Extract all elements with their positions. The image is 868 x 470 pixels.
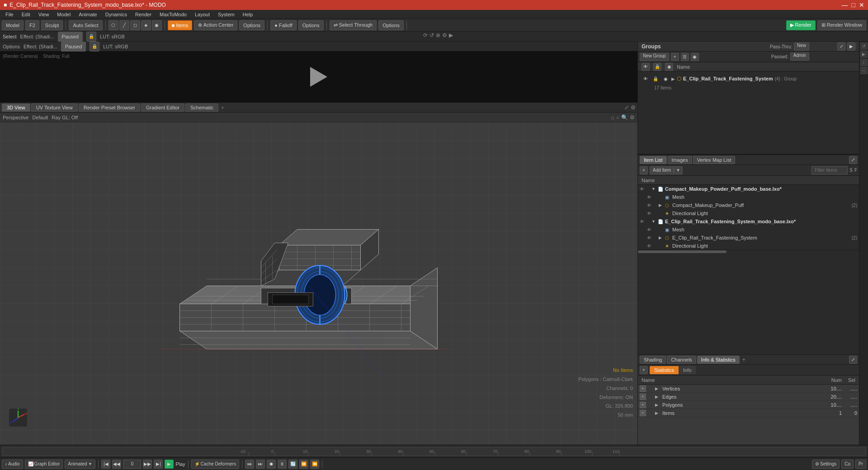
- transport-extra-1[interactable]: ⏮: [245, 460, 254, 469]
- timeline-ruler[interactable]: -10 0 10 20 30 40 50 60 70 80 90 100 110: [2, 447, 866, 456]
- preview-icon-2[interactable]: ↺: [429, 32, 434, 38]
- group-filter-icon[interactable]: ◉: [691, 53, 699, 61]
- edge-mode-icon[interactable]: ╱: [119, 20, 129, 30]
- transport-next-key[interactable]: ▶▶: [143, 460, 152, 469]
- expand-icon-button[interactable]: ⤢: [837, 42, 845, 51]
- audio-button[interactable]: ♪ Audio: [2, 460, 23, 469]
- preview-paused-button[interactable]: Paused: [61, 42, 86, 52]
- select-through-button[interactable]: ⇌ Select Through: [330, 20, 377, 30]
- stat-row-edges[interactable]: + ▶ Edges 20.... .....: [638, 393, 859, 401]
- vis-icon-6[interactable]: 👁: [647, 235, 653, 240]
- transport-to-end[interactable]: ▶|: [154, 460, 163, 469]
- vis-icon-0[interactable]: 👁: [640, 187, 646, 192]
- play-button[interactable]: [307, 66, 330, 88]
- expand-2[interactable]: ▶: [659, 203, 664, 207]
- options3-button[interactable]: Options: [378, 20, 404, 30]
- options1-button[interactable]: Options: [239, 20, 264, 30]
- menu-maxtomodo[interactable]: MaxToModo: [156, 11, 190, 18]
- expand-4[interactable]: ▼: [651, 219, 657, 224]
- add-item-control[interactable]: Add Item ▼: [650, 166, 683, 174]
- stat-arrow-items[interactable]: ▶: [655, 411, 660, 415]
- lock-icon-0[interactable]: 🔒: [651, 75, 660, 83]
- animated-button[interactable]: Animated ▼: [65, 460, 95, 469]
- passthru-new-button[interactable]: New: [794, 42, 809, 51]
- item-row-7[interactable]: 👁 ▶ ☀ Directional Light: [638, 242, 859, 250]
- item-mode-icon[interactable]: ◈: [141, 20, 151, 30]
- stats-add-icon[interactable]: +: [640, 366, 648, 374]
- stat-row-items[interactable]: + ▶ Items 1 0: [638, 409, 859, 417]
- item-row-6[interactable]: 👁 ▶ ⬡ E_Clip_Rail_Track_Fastening_System…: [638, 234, 859, 242]
- menu-model[interactable]: Model: [53, 11, 74, 18]
- group-row-0[interactable]: 👁 🔒 ◉ ▶ ⬡ E_Clip_Rail_Track_Fastening_Sy…: [642, 73, 855, 84]
- stat-arrow-edges[interactable]: ▶: [655, 395, 660, 399]
- vis-icon-7[interactable]: 👁: [647, 244, 653, 249]
- vertex-mode-icon[interactable]: ⬡: [108, 20, 118, 30]
- item-row-3[interactable]: 👁 ▶ ☀ Directional Light: [638, 209, 859, 217]
- side-icon-2[interactable]: ↕: [860, 59, 868, 66]
- viewport-home-icon[interactable]: ⌂: [611, 114, 614, 121]
- tab-schematic[interactable]: Schematic: [185, 103, 218, 112]
- stats-expand-icon[interactable]: ⤢: [849, 356, 857, 364]
- animated-dropdown-icon[interactable]: ▼: [88, 461, 93, 466]
- vis-icon-1[interactable]: 👁: [647, 195, 653, 200]
- cache-deformers-button[interactable]: ⚡ Cache Deformers: [191, 460, 239, 469]
- add-vis-icon[interactable]: +: [640, 166, 648, 174]
- col-vis-icon[interactable]: 👁: [642, 63, 650, 71]
- polygon-mode-icon[interactable]: ◻: [130, 20, 140, 30]
- tab-vertex-map-list[interactable]: Vertex Map List: [693, 156, 736, 164]
- lock-icon[interactable]: 🔒: [86, 32, 96, 42]
- expand-6[interactable]: ▶: [659, 235, 664, 240]
- statistics-label-btn[interactable]: Statistics: [650, 366, 679, 374]
- add-item-dropdown-arrow[interactable]: ▼: [674, 168, 682, 173]
- transport-to-start[interactable]: |◀: [101, 460, 110, 469]
- settings-button[interactable]: ⚙ Settings: [812, 460, 840, 469]
- menu-edit[interactable]: Edit: [18, 11, 34, 18]
- items-button[interactable]: ■ Items: [168, 20, 193, 30]
- stat-row-vertices[interactable]: + ▶ Vertices 10.... .....: [638, 385, 859, 393]
- action-center-button[interactable]: ⊕ Action Center: [194, 20, 237, 30]
- stat-add-polygons[interactable]: +: [640, 402, 646, 408]
- add-tab-button[interactable]: +: [219, 105, 226, 110]
- tab-render-preset-browser[interactable]: Render Preset Browser: [79, 103, 140, 112]
- close-button[interactable]: ✕: [859, 1, 864, 9]
- tab-info-statistics[interactable]: Info & Statistics: [697, 356, 740, 364]
- tab-uv-texture-view[interactable]: UV Texture View: [31, 103, 78, 112]
- f2-button[interactable]: F2: [25, 20, 39, 30]
- menu-dynamics[interactable]: Dynamics: [102, 11, 131, 18]
- preview-icon-5[interactable]: ▶: [449, 32, 453, 38]
- render-icon-0[interactable]: ◉: [661, 75, 670, 83]
- transport-extra-3[interactable]: ⏺: [267, 460, 276, 469]
- menu-system[interactable]: System: [214, 11, 238, 18]
- menu-view[interactable]: View: [35, 11, 53, 18]
- tab-shading[interactable]: Shading: [640, 356, 666, 364]
- info-label-btn[interactable]: Info: [679, 366, 696, 374]
- auto-select-button[interactable]: Auto Select: [69, 20, 102, 30]
- maximize-button[interactable]: □: [852, 1, 855, 9]
- stat-arrow-vertices[interactable]: ▶: [655, 386, 660, 391]
- vis-icon-3[interactable]: 👁: [647, 211, 653, 216]
- paused-button[interactable]: Paused: [58, 32, 83, 42]
- model-button[interactable]: Model: [2, 20, 24, 30]
- tab-item-list[interactable]: Item List: [640, 156, 667, 164]
- item-row-5[interactable]: 👁 ▶ ▣ Mesh: [638, 226, 859, 234]
- expand-arrow-0[interactable]: ▶: [671, 76, 675, 81]
- tab-images[interactable]: Images: [668, 156, 692, 164]
- frame-input[interactable]: [123, 460, 141, 469]
- item-row-2[interactable]: 👁 ▶ ⬡ Compact_Makeup_Powder_Puff (2): [638, 201, 859, 209]
- stats-plus-icon[interactable]: +: [741, 357, 747, 363]
- viewport-orbit-icon[interactable]: ○: [616, 114, 619, 121]
- tab-3d-view[interactable]: 3D View: [2, 103, 30, 112]
- material-mode-icon[interactable]: ◉: [152, 20, 162, 30]
- new-group-button[interactable]: New Group: [640, 53, 669, 61]
- col-lock-icon[interactable]: 🔒: [653, 63, 661, 71]
- play-transport-button[interactable]: ▶: [165, 460, 174, 469]
- stat-add-items[interactable]: +: [640, 410, 646, 416]
- vis-icon-2[interactable]: 👁: [647, 203, 653, 208]
- viewport-gear-icon[interactable]: ⚙: [631, 104, 636, 111]
- side-icon-0[interactable]: ↺: [860, 42, 868, 50]
- options2-button[interactable]: Options: [298, 20, 324, 30]
- transport-extra-5[interactable]: 🔄: [288, 460, 297, 469]
- pr-button[interactable]: Pr: [855, 460, 866, 469]
- transport-prev-key[interactable]: ◀◀: [112, 460, 121, 469]
- item-list-expand-icon[interactable]: ⤢: [849, 156, 857, 164]
